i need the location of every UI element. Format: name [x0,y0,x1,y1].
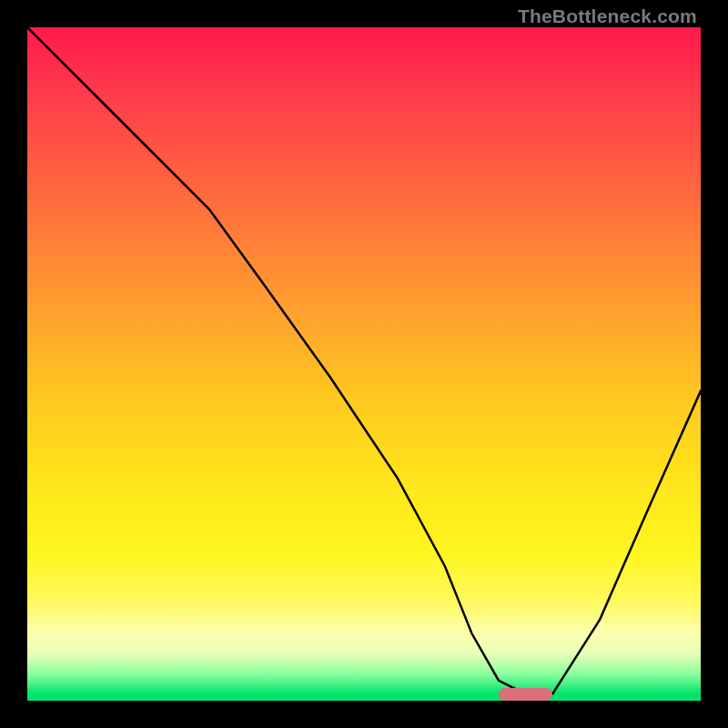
chart-frame: TheBottleneck.com [0,0,728,728]
optimum-marker [499,688,552,701]
plot-area [27,27,701,701]
watermark-text: TheBottleneck.com [518,5,697,27]
